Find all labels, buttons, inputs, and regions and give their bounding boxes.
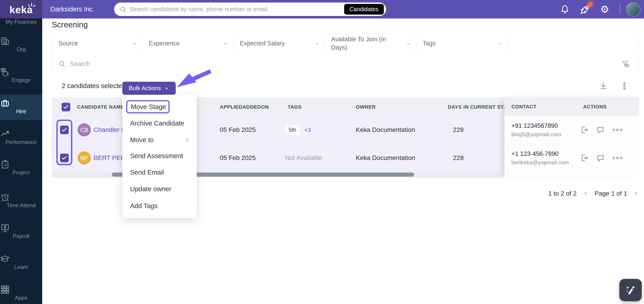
chevron-down-icon bbox=[132, 41, 137, 46]
kebab-menu-icon[interactable] bbox=[620, 81, 629, 90]
ellipsis-icon[interactable] bbox=[612, 128, 623, 132]
menu-item-add-tags[interactable]: Add Tags bbox=[122, 198, 197, 214]
menu-item-label: Add Tags bbox=[130, 202, 158, 210]
applied-date: 05 Feb 2025 bbox=[220, 144, 256, 172]
avatar: CB bbox=[78, 123, 91, 136]
column-header-owner[interactable]: OWNER bbox=[356, 98, 376, 116]
bulk-actions-row: 2 candidates selected Bulk Actions bbox=[52, 75, 639, 97]
menu-item-archive-candidate[interactable]: Archive Candidate bbox=[122, 115, 197, 132]
column-header-applied[interactable]: APPLIEDADDEDON bbox=[220, 98, 269, 116]
sidebar-item-performance[interactable]: Performance bbox=[0, 129, 42, 146]
candidate-email: bing5@yopmail.com bbox=[512, 131, 561, 138]
sidebar-item-org[interactable]: Org bbox=[0, 36, 42, 52]
avatar: BP bbox=[78, 151, 91, 164]
filter-experience[interactable]: Experience bbox=[142, 34, 234, 53]
column-header-actions[interactable]: ACTIONS bbox=[583, 98, 606, 116]
menu-item-label: Move Stage bbox=[131, 103, 166, 111]
candidate-email: bertkeka@yopmail.com bbox=[512, 159, 569, 166]
graduation-cap-icon bbox=[0, 254, 42, 264]
menu-item-move-to[interactable]: Move to bbox=[122, 132, 197, 148]
comment-icon[interactable] bbox=[596, 154, 604, 162]
sidebar-item-project[interactable]: Project bbox=[0, 159, 42, 176]
table-search-placeholder: Search bbox=[70, 60, 621, 68]
sidebar-item-my-finances[interactable]: My Finances bbox=[0, 19, 42, 25]
sidebar-item-label: Learn bbox=[0, 264, 42, 270]
notifications-bell-icon[interactable] bbox=[560, 0, 570, 18]
sidebar-item-label: My Finances bbox=[0, 19, 42, 25]
days-in-stage-cell: 228 bbox=[453, 144, 464, 172]
chevron-right-icon[interactable] bbox=[633, 190, 639, 196]
search-icon bbox=[58, 60, 66, 68]
sticky-row: +91 1234567890 bing5@yopmail.com bbox=[504, 116, 639, 144]
menu-item-label: Move to bbox=[130, 136, 154, 144]
sidebar-item-label: Time Attend bbox=[0, 202, 42, 208]
sidebar-item-payroll[interactable]: Payroll bbox=[0, 223, 42, 240]
menu-item-label: Send Assessment bbox=[130, 152, 183, 160]
menu-item-send-assessment[interactable]: Send Assessment bbox=[122, 148, 197, 164]
sidebar-item-label: Org bbox=[0, 46, 42, 52]
move-export-icon[interactable] bbox=[580, 154, 588, 162]
menu-item-send-email[interactable]: Send Email bbox=[122, 164, 197, 180]
chevron-down-icon bbox=[164, 86, 169, 91]
candidate-phone: +1 123-456-7890 bbox=[512, 150, 569, 158]
menu-item-move-stage[interactable]: Move Stage bbox=[126, 100, 170, 114]
settings-gear-icon[interactable]: ⚙ bbox=[600, 0, 609, 18]
global-search-placeholder: Search candidates by name, phone number … bbox=[130, 6, 344, 13]
sidebar-item-apps[interactable]: Apps bbox=[0, 284, 42, 301]
pagination: 1 to 2 of 2 Page 1 of 1 bbox=[546, 187, 639, 200]
global-search-bar[interactable]: Search candidates by name, phone number … bbox=[114, 2, 386, 16]
tags-not-available: Not Available bbox=[285, 144, 322, 172]
checkbox-highlight-annotation bbox=[56, 120, 72, 165]
chevron-down-icon bbox=[314, 41, 320, 46]
chevron-down-icon bbox=[497, 41, 502, 46]
filter-available-to-join[interactable]: Available To Join (In Days) bbox=[325, 34, 416, 53]
ellipsis-icon[interactable] bbox=[612, 156, 623, 160]
keka-logo[interactable]: keka bbox=[0, 0, 42, 18]
pagination-range: 1 to 2 of 2 bbox=[548, 190, 577, 197]
filter-tags[interactable]: Tags bbox=[416, 34, 508, 53]
menu-item-label: Update owner bbox=[130, 185, 172, 193]
top-header: Darksiders Inc Search candidates by name… bbox=[42, 0, 644, 18]
sticky-row: +1 123-456-7890 bertkeka@yopmail.com bbox=[504, 144, 639, 172]
bulk-actions-button[interactable]: Bulk Actions bbox=[122, 82, 176, 95]
user-avatar[interactable] bbox=[626, 2, 640, 16]
comment-icon[interactable] bbox=[596, 126, 604, 134]
candidate-name-link[interactable]: Chandler Bi bbox=[94, 116, 127, 144]
filter-label: Expected Salary bbox=[240, 39, 285, 48]
chevron-left-icon[interactable] bbox=[582, 190, 588, 196]
tag-chip[interactable]: 5th bbox=[285, 125, 300, 135]
filter-label: Experience bbox=[149, 39, 180, 48]
more-tags-link[interactable]: +3 bbox=[304, 126, 311, 134]
move-export-icon[interactable] bbox=[580, 126, 588, 134]
chevron-right-icon bbox=[184, 137, 190, 143]
sticky-columns-panel: CONTACT ACTIONS +91 1234567890 bing5@yop… bbox=[504, 98, 639, 177]
filter-label: Source bbox=[58, 39, 78, 48]
horizontal-scrollbar-track[interactable] bbox=[52, 172, 504, 178]
clear-filter-icon[interactable] bbox=[621, 59, 630, 68]
filter-source[interactable]: Source bbox=[52, 34, 142, 53]
sidebar-item-time-attend[interactable]: Time Attend bbox=[0, 192, 42, 208]
column-header-tags[interactable]: TAGS bbox=[288, 98, 302, 116]
applied-date: 05 Feb 2025 bbox=[220, 116, 256, 144]
filter-expected-salary[interactable]: Expected Salary bbox=[234, 34, 325, 53]
search-scope-pill[interactable]: Candidates bbox=[344, 4, 384, 14]
chevron-down-icon bbox=[223, 41, 228, 46]
pagination-page: Page 1 of 1 bbox=[594, 190, 627, 197]
download-icon[interactable] bbox=[599, 81, 608, 90]
sidebar-item-engage[interactable]: Engage bbox=[0, 67, 42, 83]
engage-chat-icon bbox=[0, 67, 42, 77]
sidebar-item-learn[interactable]: Learn bbox=[0, 254, 42, 270]
sidebar-item-label: Project bbox=[0, 169, 42, 176]
column-header-candidate-name[interactable]: CANDIDATE NAME bbox=[77, 98, 124, 116]
magic-wand-button[interactable] bbox=[619, 279, 642, 301]
bulk-actions-menu: Move Stage Archive Candidate Move to Sen… bbox=[122, 95, 197, 218]
org-building-icon bbox=[0, 36, 42, 46]
select-all-checkbox[interactable] bbox=[62, 103, 70, 112]
table-search-bar[interactable]: Search bbox=[52, 53, 639, 75]
column-header-contact[interactable]: CONTACT bbox=[512, 98, 536, 116]
selected-count-text: 2 candidates selected bbox=[62, 82, 126, 90]
sidebar-item-hire[interactable]: Hire bbox=[0, 98, 42, 114]
menu-item-update-owner[interactable]: Update owner bbox=[122, 181, 197, 197]
filter-bar: Source Experience Expected Salary Availa… bbox=[52, 34, 639, 53]
sidebar-item-label: Performance bbox=[0, 139, 42, 146]
